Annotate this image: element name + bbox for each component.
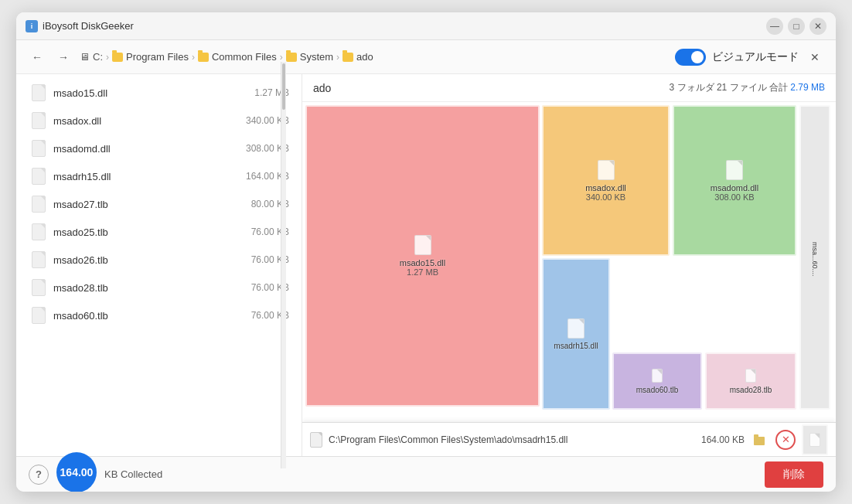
tile-file-icon [414, 235, 431, 255]
maximize-button[interactable]: □ [788, 18, 805, 35]
visual-mode-switch[interactable] [675, 49, 706, 66]
info-file-icon [310, 432, 322, 448]
app-title: iBoysoft DiskGeeker [43, 20, 766, 32]
close-button[interactable]: ✕ [809, 18, 826, 35]
tile-name: msadrh15.dll [554, 342, 598, 350]
nav-bar: ← → 🖥 C: › Program Files › Common Files … [16, 40, 836, 74]
file-icon [32, 196, 46, 213]
folder-icon [343, 53, 353, 62]
tile-file-icon [567, 318, 584, 339]
file-name: msado15.dll [53, 87, 247, 99]
folder-icon [286, 53, 297, 62]
drive-label[interactable]: 🖥 C: [80, 51, 103, 63]
file-name: msadox.dll [53, 115, 238, 127]
file-icon [32, 140, 46, 157]
file-name: msadrh15.dll [53, 171, 238, 182]
visual-mode-toggle-area: ビジュアルモード ✕ [675, 47, 825, 67]
breadcrumb-program-files[interactable]: Program Files [112, 51, 189, 63]
treemap: msado15.dll 1.27 MB msadox.dll 340.00 KB… [302, 102, 836, 456]
file-name: msado28.tlb [53, 282, 244, 294]
file-icon [32, 307, 46, 324]
file-icon [32, 168, 46, 185]
tile-msadox[interactable]: msadox.dll 340.00 KB [542, 105, 670, 256]
tile-name: msado15.dll [400, 258, 445, 267]
list-item[interactable]: msadrh15.dll 164.00 KB [16, 162, 302, 190]
breadcrumb-system[interactable]: System [286, 51, 333, 63]
tile-file-icon [745, 369, 756, 383]
file-icon [32, 279, 46, 296]
folder-header: ado 3 フォルダ 21 ファイル 合計 2.79 MB [302, 74, 836, 102]
file-icon [32, 84, 46, 101]
tile-mini-file[interactable] [802, 424, 828, 455]
help-button[interactable]: ? [29, 465, 49, 485]
folder-icon [198, 53, 209, 62]
svg-rect-1 [754, 434, 758, 438]
file-list: msado15.dll 1.27 MB msadox.dll 340.00 KB… [16, 74, 302, 456]
tile-size: 340.00 KB [586, 192, 625, 202]
file-name: msadomd.dll [53, 143, 238, 155]
tile-name: msado28.tlb [730, 386, 772, 394]
scrollbar-thumb[interactable] [282, 74, 285, 110]
tile-name: msadomd.dll [711, 183, 758, 192]
list-item[interactable]: msado15.dll 1.27 MB [16, 79, 302, 107]
tile-msado15[interactable]: msado15.dll 1.27 MB [305, 105, 540, 407]
scrollbar[interactable] [281, 74, 286, 456]
file-name: msado27.tlb [53, 199, 244, 210]
minimize-button[interactable]: — [766, 18, 783, 35]
tile-file-icon [652, 369, 663, 383]
tile-file-icon [598, 160, 615, 180]
breadcrumb-ado[interactable]: ado [343, 51, 373, 63]
tile-file-icon [809, 433, 820, 447]
collected-badge: 164.00 [56, 452, 97, 492]
file-icon [32, 112, 46, 129]
list-item[interactable]: msado27.tlb 80.00 KB [16, 190, 302, 218]
list-item[interactable]: msadomd.dll 308.00 KB [16, 135, 302, 162]
tile-msadomd[interactable]: msadomd.dll 308.00 KB [673, 105, 796, 256]
tile-extra[interactable]: msa...60.... [799, 105, 830, 410]
list-item[interactable]: msadox.dll 340.00 KB [16, 107, 302, 135]
tile-msado60[interactable]: msado60.tlb [612, 352, 702, 410]
collected-value: 164.00 [60, 466, 94, 478]
tile-size: 308.00 KB [714, 192, 754, 202]
folder-stats: 3 フォルダ 21 ファイル 合計 2.79 MB [670, 81, 825, 94]
folder-name: ado [313, 82, 331, 94]
list-item[interactable]: msado25.tlb 76.00 KB [16, 218, 302, 246]
info-path: C:\Program Files\Common Files\System\ado… [329, 434, 695, 445]
breadcrumb: 🖥 C: › Program Files › Common Files › Sy… [80, 51, 373, 63]
folder-icon [112, 53, 123, 62]
visual-mode-label: ビジュアルモード [712, 50, 799, 64]
delete-button[interactable]: 削除 [765, 461, 823, 488]
tile-size: 1.27 MB [407, 267, 438, 277]
list-item[interactable]: msado26.tlb 76.00 KB [16, 246, 302, 274]
window-controls: — □ ✕ [766, 18, 826, 35]
content-area: msado15.dll 1.27 MB msadox.dll 340.00 KB… [16, 74, 836, 456]
tile-name: msado60.tlb [636, 386, 678, 394]
tile-name: msa...60.... [811, 242, 819, 277]
right-panel: ado 3 フォルダ 21 ファイル 合計 2.79 MB msado15.dl… [302, 74, 836, 456]
reveal-in-folder-button[interactable] [751, 431, 769, 449]
info-bar: C:\Program Files\Common Files\System\ado… [302, 422, 836, 456]
tile-msadrh15[interactable]: msadrh15.dll [542, 258, 610, 410]
title-bar: i iBoysoft DiskGeeker — □ ✕ [16, 12, 836, 40]
forward-button[interactable]: → [53, 47, 73, 67]
collected-label: KB Collected [104, 468, 162, 480]
breadcrumb-common-files[interactable]: Common Files [198, 51, 277, 63]
main-window: i iBoysoft DiskGeeker — □ ✕ ← → 🖥 C: › P… [16, 12, 836, 492]
list-item[interactable]: msado28.tlb 76.00 KB [16, 274, 302, 301]
file-name: msado26.tlb [53, 254, 244, 266]
tile-file-icon [726, 160, 743, 180]
visual-close-button[interactable]: ✕ [805, 47, 825, 67]
list-item[interactable]: msado60.tlb 76.00 KB [16, 301, 302, 329]
file-icon [32, 223, 46, 240]
file-name: msado25.tlb [53, 226, 244, 238]
file-icon [32, 251, 46, 268]
tile-msado28[interactable]: msado28.tlb [705, 352, 796, 410]
app-icon: i [26, 20, 38, 32]
left-panel: msado15.dll 1.27 MB msadox.dll 340.00 KB… [16, 74, 302, 456]
info-size: 164.00 KB [701, 434, 745, 445]
back-button[interactable]: ← [27, 47, 47, 67]
svg-rect-0 [754, 437, 765, 445]
tile-name: msadox.dll [585, 183, 626, 192]
remove-from-list-button[interactable]: ✕ [775, 430, 796, 450]
file-name: msado60.tlb [53, 310, 244, 322]
